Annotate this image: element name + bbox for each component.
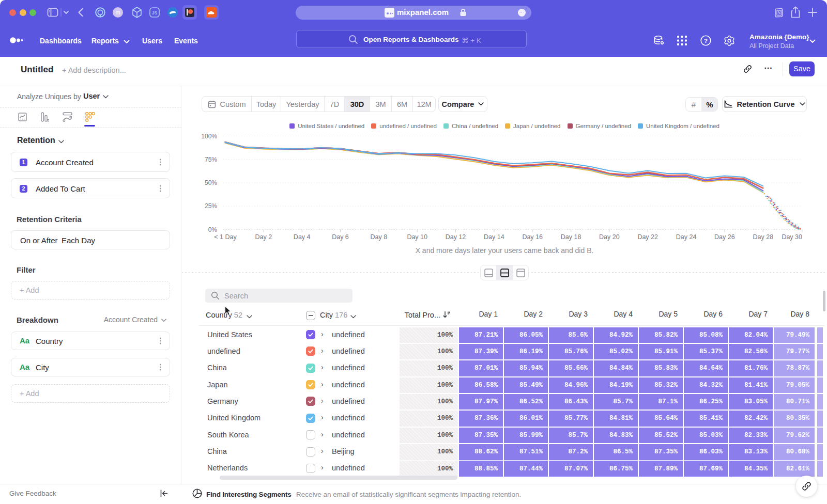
svg-text:Day 24: Day 24 (676, 233, 697, 241)
svg-text:25%: 25% (205, 202, 217, 210)
svg-text:0%: 0% (208, 226, 218, 233)
svg-text:Day 12: Day 12 (446, 233, 466, 241)
svg-text:Day 20: Day 20 (599, 233, 620, 241)
svg-text:Day 2: Day 2 (255, 233, 272, 241)
svg-text:< 1 Day: < 1 Day (214, 233, 237, 241)
svg-text:Day 16: Day 16 (522, 233, 543, 241)
svg-text:Day 10: Day 10 (407, 233, 427, 241)
svg-text:Day 14: Day 14 (484, 233, 504, 241)
svg-text:75%: 75% (205, 156, 217, 163)
svg-text:Day 8: Day 8 (371, 233, 388, 241)
svg-text:Day 18: Day 18 (561, 233, 581, 241)
svg-text:100%: 100% (201, 133, 217, 140)
svg-text:Day 6: Day 6 (332, 233, 349, 241)
svg-text:Day 4: Day 4 (294, 233, 311, 241)
svg-text:Day 28: Day 28 (753, 233, 773, 241)
svg-text:Day 30: Day 30 (782, 233, 802, 241)
svg-text:Day 22: Day 22 (637, 233, 658, 241)
svg-text:50%: 50% (205, 179, 217, 186)
svg-text:Day 26: Day 26 (714, 233, 735, 241)
